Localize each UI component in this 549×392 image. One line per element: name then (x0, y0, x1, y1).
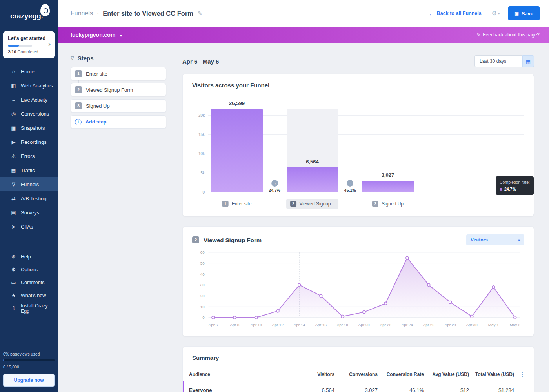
funnel-bar-1[interactable] (211, 109, 263, 192)
y-axis-tick-label: 20 (200, 294, 205, 298)
data-point[interactable] (492, 286, 495, 289)
step-label: Enter site (86, 71, 107, 77)
data-point[interactable] (471, 315, 473, 318)
site-domain-dropdown[interactable]: luckypigeon.com ▾ (71, 32, 122, 38)
sidebar-item-label: Install Crazy Egg (21, 303, 58, 314)
sidebar: crazyegg Let's get started 2/10 Complete… (0, 0, 58, 392)
metric-select-dropdown[interactable]: Visitors ▾ (466, 234, 524, 245)
data-point[interactable] (363, 311, 365, 314)
get-started-card[interactable]: Let's get started 2/10 Completed › (3, 31, 55, 58)
sidebar-item-label: Snapshots (21, 125, 45, 131)
x-axis-tick-label: Apr 6 (209, 323, 218, 327)
chevron-down-icon: ▾ (498, 12, 500, 15)
data-point[interactable] (255, 316, 258, 319)
funnel-step-label-3[interactable]: 3Signed Up (368, 199, 407, 209)
funnel-step-label-1[interactable]: 1Enter site (218, 199, 256, 209)
sidebar-item-recordings[interactable]: ▶Recordings (0, 135, 58, 149)
funnels-icon: ∇ (10, 181, 17, 187)
ab-testing-icon: ⇄ (10, 196, 17, 201)
line-card-title: Viewed Signup Form (204, 237, 262, 243)
usage-progress-bar (3, 359, 55, 361)
calendar-button[interactable]: ▦ (522, 55, 534, 67)
secondary-nav: ⊛Help⚙Options▭Comments★What's new⇩Instal… (0, 250, 58, 315)
sidebar-item-snapshots[interactable]: ▣Snapshots (0, 121, 58, 135)
column-header-conversions[interactable]: Conversions (334, 372, 378, 377)
column-header-visitors[interactable]: Visitors (291, 372, 334, 377)
crazyegg-logo[interactable]: crazyegg (0, 0, 58, 27)
funnel-step-label-2[interactable]: 2Viewed Signup... (286, 199, 339, 209)
app-root: crazyegg Let's get started 2/10 Complete… (0, 0, 549, 392)
breadcrumb[interactable]: Funnels (71, 10, 93, 17)
sidebar-item-live-activity[interactable]: ≡Live Activity (0, 93, 58, 107)
y-axis-tick-label: 15k (193, 132, 205, 137)
save-button[interactable]: ▣ Save (508, 6, 540, 20)
funnel-bar-2[interactable] (287, 167, 338, 192)
sidebar-item-funnels[interactable]: ∇Funnels (0, 177, 58, 191)
top-header: Funnels Enter site to Viewed CC Form ✎ ←… (58, 0, 549, 27)
sidebar-item-home[interactable]: ⌂Home (0, 64, 58, 78)
x-axis-tick-label: May 2 (510, 323, 520, 327)
home-icon: ⌂ (10, 69, 17, 74)
data-point[interactable] (276, 310, 279, 312)
feedback-pencil-icon: ✎ (476, 32, 480, 38)
data-point[interactable] (514, 316, 516, 319)
bar-value-label: 6,564 (287, 159, 338, 165)
date-range-select[interactable]: Last 30 days (474, 55, 522, 67)
sidebar-item-install-crazy-egg[interactable]: ⇩Install Crazy Egg (0, 302, 58, 315)
sidebar-item-conversions[interactable]: ◎Conversions (0, 107, 58, 121)
x-axis-tick-label: May 1 (488, 323, 499, 327)
funnel-bar-chart: 05k10k15k20k26,5996,5643,027→24.7%→46.1%… (208, 109, 524, 192)
sidebar-item-comments[interactable]: ▭Comments (0, 276, 58, 289)
sidebar-item-ab-testing[interactable]: ⇄A/B Testing (0, 191, 58, 205)
kebab-menu-icon[interactable]: ⋮ (514, 371, 531, 378)
sidebar-item-whats-new[interactable]: ★What's new (0, 289, 58, 302)
edit-pencil-icon[interactable]: ✎ (198, 10, 202, 16)
sidebar-item-web-analytics[interactable]: ◧Web Analytics (0, 78, 58, 93)
data-point[interactable] (341, 315, 344, 318)
logo-text: crazyegg (10, 12, 43, 20)
settings-gear-button[interactable]: ⚙▾ (492, 10, 500, 17)
surveys-icon: ▤ (10, 210, 17, 216)
sidebar-item-label: Home (21, 69, 35, 74)
data-point[interactable] (384, 302, 387, 305)
sidebar-item-label: Web Analytics (21, 83, 53, 89)
data-point[interactable] (212, 316, 215, 319)
column-header-total-value-usd-[interactable]: Total Value (USD) (469, 372, 514, 377)
x-axis-tick-label: Apr 12 (272, 323, 284, 327)
feedback-link[interactable]: ✎ Feedback about this page? (476, 32, 540, 38)
x-axis-tick-label: Apr 26 (423, 323, 435, 327)
back-to-funnels-link[interactable]: ← Back to all Funnels (429, 10, 482, 17)
data-point[interactable] (233, 316, 236, 319)
value-cell: $12 (424, 387, 469, 392)
summary-table-row[interactable]: Everyone6,5643,02746.1%$12$1,284 (183, 381, 534, 392)
install-crazy-egg-icon: ⇩ (10, 305, 17, 311)
column-header-conversion-rate[interactable]: Conversion Rate (378, 372, 424, 377)
sidebar-item-options[interactable]: ⚙Options (0, 263, 58, 276)
column-header-audience[interactable]: Audience (189, 372, 291, 377)
data-point[interactable] (427, 283, 430, 286)
step-card-enter-site[interactable]: 1Enter site (71, 67, 166, 80)
x-axis-tick-label: Apr 8 (230, 323, 240, 327)
add-step-button[interactable]: + Add step (71, 115, 166, 129)
data-point[interactable] (320, 294, 322, 297)
sidebar-item-traffic[interactable]: ▦Traffic (0, 163, 58, 177)
sidebar-item-errors[interactable]: ⚠Errors (0, 149, 58, 163)
sidebar-item-label: CTAs (21, 224, 33, 230)
line-chart-svg: 0102030405060Apr 6Apr 8Apr 10Apr 12Apr 1… (192, 249, 524, 329)
sidebar-item-ctas[interactable]: ➤CTAs (0, 220, 58, 234)
page-title: Enter site to Viewed CC Form (103, 10, 193, 17)
sidebar-item-help[interactable]: ⊛Help (0, 250, 58, 263)
upgrade-now-button[interactable]: Upgrade now (3, 374, 55, 387)
column-header-avg-value-usd-[interactable]: Avg Value (USD) (424, 372, 469, 377)
step-card-viewed-signup-form[interactable]: 2Viewed Signup Form (71, 83, 166, 96)
data-point[interactable] (406, 256, 409, 259)
save-disk-icon: ▣ (514, 11, 518, 16)
step-card-signed-up[interactable]: 3Signed Up (71, 99, 166, 113)
data-point[interactable] (298, 283, 301, 286)
value-cell: 3,027 (334, 387, 378, 392)
data-point[interactable] (449, 301, 452, 304)
recordings-icon: ▶ (10, 139, 17, 145)
sidebar-item-label: Comments (21, 280, 44, 285)
funnel-bar-3[interactable] (362, 181, 414, 192)
sidebar-item-surveys[interactable]: ▤Surveys (0, 205, 58, 220)
